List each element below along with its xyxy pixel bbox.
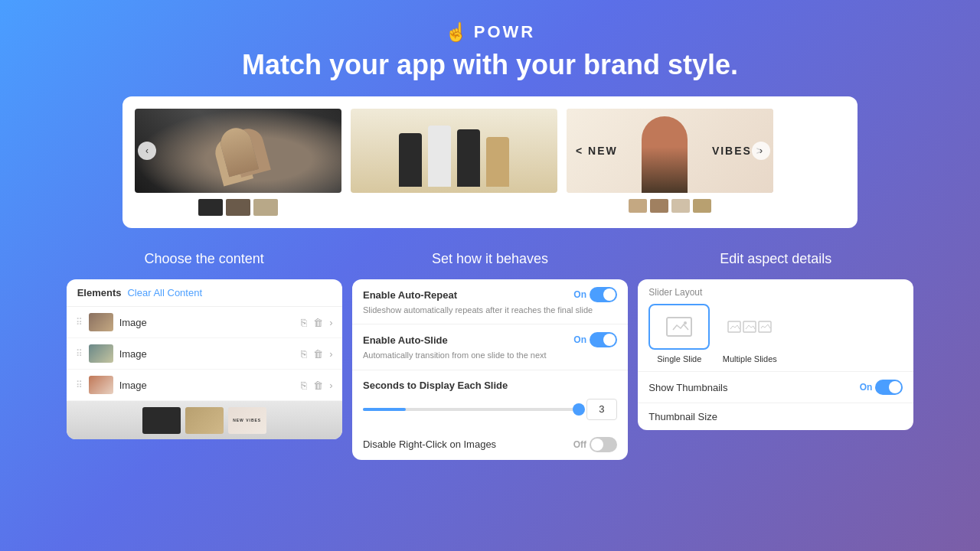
person-3 <box>457 129 480 187</box>
thumb-sm-1[interactable] <box>629 199 647 213</box>
slide-image-2 <box>351 109 557 193</box>
multiple-slides-label: Multiple Slides <box>723 354 777 364</box>
slide-thumbnails-3 <box>629 199 711 213</box>
thumb-3[interactable] <box>253 199 278 216</box>
multi-icon-2 <box>743 321 756 333</box>
single-slide-option[interactable]: Single Slide <box>648 304 710 364</box>
clear-link[interactable]: Clear All Content <box>127 287 202 298</box>
header: ☝ POWR Match your app with your brand st… <box>0 0 980 96</box>
slide-image-3: < NEW VIBES > › <box>567 109 773 193</box>
multiple-slides-btn[interactable] <box>719 304 780 350</box>
thumb-sm-2[interactable] <box>650 199 668 213</box>
disable-toggle-text: Off <box>573 439 586 450</box>
auto-repeat-switch[interactable] <box>590 287 617 302</box>
element-row-3: ⠿ Image ⎘ 🗑 › <box>67 370 342 401</box>
delete-icon-2[interactable]: 🗑 <box>313 348 323 360</box>
preview-thumb-2 <box>185 407 224 434</box>
copy-icon-3[interactable]: ⎘ <box>301 380 307 391</box>
powr-icon: ☝ <box>445 21 468 43</box>
auto-repeat-desc: Slideshow automatically repeats after it… <box>363 305 617 316</box>
layout-options: Single Slide <box>648 304 903 364</box>
multiple-slides-option[interactable]: Multiple Slides <box>719 304 780 364</box>
next-arrow[interactable]: › <box>752 142 770 160</box>
slider-fill <box>363 408 406 411</box>
copy-icon-2[interactable]: ⎘ <box>301 348 307 360</box>
thumb-2[interactable] <box>226 199 250 216</box>
behavior-title: Set how it behaves <box>352 251 628 267</box>
chevron-right-1[interactable]: › <box>329 317 332 328</box>
person-2 <box>428 126 451 187</box>
thumbnail-size-row: Thumbnail Size <box>638 403 913 430</box>
auto-slide-label: Enable Auto-Slide <box>363 334 448 346</box>
disable-switch[interactable] <box>590 437 617 452</box>
element-actions-2: ⎘ 🗑 <box>301 348 323 360</box>
show-thumbnails-row: Show Thumbnails On <box>638 372 913 403</box>
thumb-sm-3[interactable] <box>671 199 690 213</box>
person-4 <box>486 137 509 187</box>
panel-footer-preview: NEW VIBES <box>67 401 342 439</box>
element-row-1: ⠿ Image ⎘ 🗑 › <box>67 307 342 338</box>
delete-icon-1[interactable]: 🗑 <box>313 317 323 328</box>
elements-label: Elements <box>77 287 122 298</box>
multi-slides-icon <box>727 321 772 333</box>
img-thumb-3 <box>89 376 113 394</box>
single-slide-icon <box>665 316 693 337</box>
aspect-title: Edit aspect details <box>638 251 913 267</box>
slide-section-3: < NEW VIBES > › <box>567 109 773 213</box>
element-label-1: Image <box>119 317 296 328</box>
prev-arrow[interactable]: ‹ <box>138 142 156 160</box>
elements-header: Elements Clear All Content <box>67 279 342 307</box>
slider-track[interactable] <box>363 408 579 411</box>
seconds-label: Seconds to Display Each Slide <box>363 380 617 391</box>
show-thumbnails-toggle[interactable]: On <box>860 380 903 395</box>
slideshow-preview: ‹ < NEW VIBES > › <box>122 96 858 228</box>
element-actions-3: ⎘ 🗑 <box>301 380 323 391</box>
auto-repeat-toggle-text: On <box>573 289 586 300</box>
auto-slide-switch[interactable] <box>590 332 617 347</box>
drag-handle-1[interactable]: ⠿ <box>76 317 83 328</box>
slider-layout-label: Slider Layout <box>648 287 903 298</box>
show-thumbnails-switch[interactable] <box>875 380 903 395</box>
thumbnail-size-label: Thumbnail Size <box>648 411 717 422</box>
svg-point-1 <box>684 321 687 324</box>
chevron-right-3[interactable]: › <box>329 380 332 391</box>
content-panel: Elements Clear All Content ⠿ Image ⎘ 🗑 ›… <box>67 279 342 439</box>
slide-section-2 <box>351 109 557 193</box>
drag-handle-2[interactable]: ⠿ <box>76 348 83 359</box>
slider-value[interactable]: 3 <box>586 399 617 420</box>
auto-repeat-label: Enable Auto-Repeat <box>363 289 457 301</box>
chevron-right-2[interactable]: › <box>329 348 332 360</box>
auto-slide-row: Enable Auto-Slide On Automatically trans… <box>352 324 628 370</box>
img-thumb-1 <box>89 313 113 331</box>
disable-toggle[interactable]: Off <box>573 437 617 452</box>
bottom-section: Choose the content Elements Clear All Co… <box>0 228 980 460</box>
thumb-sm-4[interactable] <box>693 199 711 213</box>
aspect-panel: Slider Layout Single Slide <box>638 279 913 430</box>
copy-icon-1[interactable]: ⎘ <box>301 317 307 328</box>
show-thumbnails-text: On <box>860 382 873 393</box>
auto-repeat-toggle[interactable]: On <box>573 287 617 302</box>
auto-repeat-row: Enable Auto-Repeat On Slideshow automati… <box>352 279 628 324</box>
auto-slide-top: Enable Auto-Slide On <box>363 332 617 347</box>
single-slide-label: Single Slide <box>657 354 701 364</box>
thumb-1[interactable] <box>198 199 223 216</box>
model-figure <box>642 116 688 193</box>
slider-layout-row: Slider Layout Single Slide <box>638 279 913 372</box>
slide-image-1: ‹ <box>135 109 341 193</box>
auto-slide-desc: Automatically transition from one slide … <box>363 350 617 361</box>
drag-handle-3[interactable]: ⠿ <box>76 380 83 390</box>
element-label-3: Image <box>119 380 296 391</box>
slide-section-1: ‹ <box>135 109 341 216</box>
single-slide-btn[interactable] <box>648 304 710 350</box>
slider-thumb[interactable] <box>573 403 585 416</box>
multi-icon-3 <box>758 321 772 333</box>
auto-slide-toggle[interactable]: On <box>573 332 617 347</box>
preview-thumb-1 <box>142 407 181 434</box>
auto-repeat-top: Enable Auto-Repeat On <box>363 287 617 302</box>
behavior-panel: Enable Auto-Repeat On Slideshow automati… <box>352 279 628 460</box>
slide-thumbnails-1 <box>198 199 278 216</box>
element-label-2: Image <box>119 348 296 360</box>
delete-icon-3[interactable]: 🗑 <box>313 380 323 391</box>
logo-text: POWR <box>474 22 535 42</box>
disable-label: Disable Right-Click on Images <box>363 439 496 450</box>
